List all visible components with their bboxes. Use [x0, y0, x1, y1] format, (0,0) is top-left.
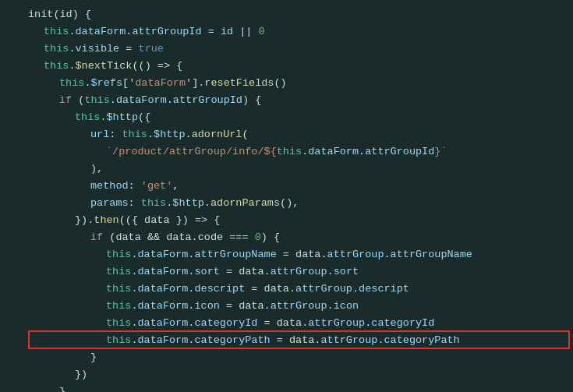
token: $http [154, 129, 186, 140]
code-line: } [0, 383, 573, 392]
token: attrGroup [271, 266, 327, 277]
line-content: params: this.$http.adornParams(), [25, 195, 567, 212]
code-line: url: this.$http.adornUrl( [0, 126, 573, 143]
code-line: this.dataForm.attrGroupId = id || 0 [0, 23, 573, 41]
code-line: this.dataForm.sort = data.attrGroup.sort [0, 263, 573, 281]
token: then [94, 214, 118, 226]
token: if [90, 231, 103, 243]
code-line: this.dataForm.attrGroupName = data.attrG… [0, 246, 573, 263]
token: attrGroup [308, 317, 365, 329]
token: 0 [258, 26, 264, 37]
token: this [75, 111, 100, 123]
line-content: if (data && data.code === 0) { [25, 229, 567, 246]
token: attrGroup [295, 283, 352, 295]
token: dataForm [138, 317, 189, 329]
token: = [119, 43, 138, 55]
token: : [109, 129, 122, 140]
token: params [90, 197, 129, 209]
token: dataForm [138, 283, 189, 295]
code-line: this.dataForm.categoryId = data.attrGrou… [0, 315, 573, 332]
token: descript [194, 283, 245, 295]
token: attrGroup [320, 334, 377, 346]
token: 0 [255, 231, 261, 243]
token: . [359, 146, 365, 157]
token: } [59, 386, 65, 392]
code-line: ), [0, 161, 573, 178]
token: dataForm [116, 94, 167, 106]
code-line: params: this.$http.adornParams(), [0, 195, 573, 212]
token: . [110, 94, 116, 106]
token: id [221, 26, 233, 37]
token: : [129, 197, 141, 209]
token: = [202, 26, 221, 37]
token: = data. [257, 317, 308, 329]
code-line: this.$nextTick(() => { [0, 58, 573, 75]
token: }). [75, 214, 94, 226]
line-content: this.dataForm.attrGroupId = id || 0 [25, 23, 567, 41]
token: . [352, 283, 359, 295]
token: . [204, 197, 210, 209]
token: dataForm [308, 146, 359, 157]
token: . [84, 77, 90, 89]
line-content: this.visible = true [25, 41, 567, 58]
line-content: this.$http({ [25, 109, 567, 126]
token: (data && data.code === [103, 231, 254, 243]
line-content: } [25, 383, 567, 392]
token: attrGroup [271, 300, 327, 312]
line-content: url: this.$http.adornUrl( [25, 126, 567, 143]
token: url [90, 129, 109, 140]
token: ` [440, 146, 447, 157]
token: this [84, 94, 109, 106]
token: adornParams [210, 197, 280, 209]
token: `/product/attrGroup/info/${ [106, 146, 277, 157]
code-line: this.dataForm.icon = data.attrGroup.icon [0, 298, 573, 315]
code-line: }).then(({ data }) => { [0, 212, 573, 229]
token: ( [242, 129, 248, 140]
token: this [122, 129, 147, 140]
line-content: this.dataForm.attrGroupName = data.attrG… [25, 246, 567, 263]
token: attrGroupId [173, 94, 242, 106]
token: $nextTick [76, 60, 133, 72]
code-line: method: 'get', [0, 178, 573, 195]
code-line: this.dataForm.descript = data.attrGroup.… [0, 281, 573, 298]
token: $http [172, 197, 204, 209]
token: this [44, 26, 69, 37]
code-line: } [0, 349, 573, 366]
token: . [167, 94, 173, 106]
token: () [274, 77, 286, 89]
token: } [90, 351, 97, 363]
code-line: this.$refs['dataForm'].resetFields() [0, 75, 573, 92]
line-content: this.dataForm.icon = data.attrGroup.icon [25, 298, 567, 315]
token: categoryPath [194, 334, 270, 346]
code-line: this.dataForm.categoryPath = data.attrGr… [0, 332, 573, 349]
token: dataForm [138, 300, 189, 312]
code-container: init(id) {this.dataForm.attrGroupId = id… [0, 0, 573, 392]
line-content: method: 'get', [25, 178, 567, 195]
token: . [131, 283, 137, 295]
token: categoryId [371, 317, 434, 329]
token: this [59, 77, 84, 89]
token: resetFields [204, 77, 274, 89]
token: dataForm [76, 26, 126, 37]
token: true [139, 43, 164, 55]
token: attrGroupId [365, 146, 434, 157]
token: . [69, 26, 75, 37]
line-content: ), [25, 161, 567, 178]
line-content: }) [25, 366, 567, 383]
token: . [131, 300, 137, 312]
token: attrGroupId [132, 26, 201, 37]
code-line: if (data && data.code === 0) { [0, 229, 573, 246]
token: . [131, 249, 137, 260]
line-content: }).then(({ data }) => { [25, 212, 567, 229]
token: . [69, 60, 75, 72]
token: . [186, 129, 192, 140]
token: . [377, 334, 384, 346]
token: this [106, 249, 131, 260]
token: descript [359, 283, 409, 295]
code-line: }) [0, 366, 573, 383]
code-line: if (this.dataForm.attrGroupId) { [0, 92, 573, 109]
line-content: if (this.dataForm.attrGroupId) { [25, 92, 567, 109]
token: attrGroup [327, 249, 384, 260]
token: (() => { [132, 60, 182, 72]
token: . [131, 317, 137, 329]
